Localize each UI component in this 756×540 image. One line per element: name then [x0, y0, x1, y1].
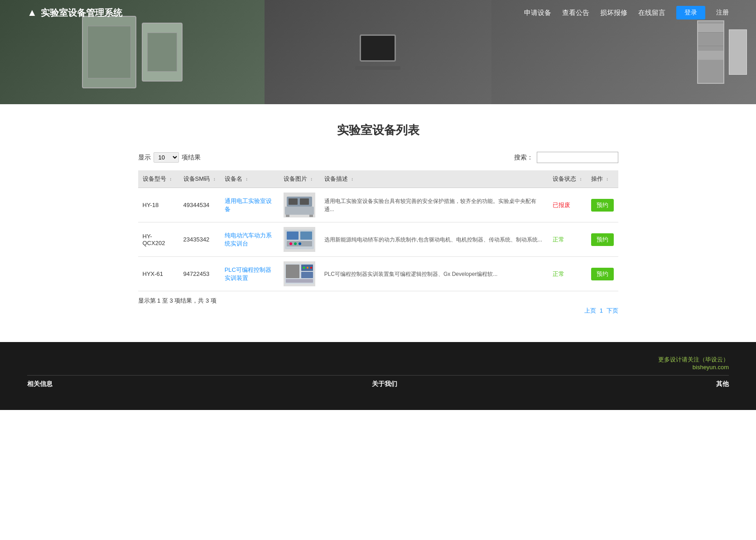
navbar: ▲ 实验室设备管理系统 申请设备 查看公告 损坏报修 在线留言 登录 注册	[0, 0, 756, 25]
svg-point-12	[299, 242, 301, 245]
device-name-link[interactable]: PLC可编程控制器实训装置	[225, 266, 271, 281]
hero-cabinet-2	[142, 23, 183, 82]
current-page: 1	[600, 307, 603, 314]
cell-device-id: HY-QCX202	[138, 222, 179, 257]
hero-stand	[729, 29, 747, 75]
table-row: HY-18 49344534 通用电工实验室设备 通用电工实验室设备实验台具有较…	[138, 188, 618, 222]
hero-monitor	[360, 34, 396, 62]
cell-action: 预约	[587, 222, 618, 257]
cell-device-desc: 选用新能源纯电动轿车的动力系统制作,包含驱动电机、电机控制器、传动系统、制动系统…	[320, 222, 548, 257]
svg-rect-0	[285, 207, 314, 215]
th-device-name: 设备名 ↕	[220, 170, 279, 188]
reserve-button[interactable]: 预约	[591, 268, 614, 280]
cell-sm-code: 49344534	[179, 188, 220, 222]
footer-col-2: 其他	[716, 380, 729, 392]
th-device-img: 设备图片 ↕	[279, 170, 320, 188]
nav-links: 申请设备 查看公告 损坏报修 在线留言 登录 注册	[524, 6, 729, 19]
prev-page-link[interactable]: 上页	[584, 307, 596, 314]
cell-device-desc: PLC可编程控制器实训装置集可编程逻辑控制器、Gx Developer编程软..…	[320, 257, 548, 291]
cell-action: 预约	[587, 188, 618, 222]
nav-apply-equipment[interactable]: 申请设备	[524, 9, 551, 17]
device-image	[284, 261, 315, 286]
cell-device-name: 通用电工实验室设备	[220, 188, 279, 222]
hero-cable	[355, 66, 400, 70]
toolbar-right: 搜索：	[514, 152, 618, 163]
search-label: 搜索：	[514, 154, 533, 162]
brand-logo[interactable]: ▲ 实验室设备管理系统	[27, 7, 122, 19]
sort-icon-status[interactable]: ↕	[580, 177, 582, 182]
cell-sm-code: 94722453	[179, 257, 220, 291]
cell-device-img	[279, 257, 320, 291]
toolbar: 显示 10 25 50 100 项结果 搜索：	[138, 152, 618, 163]
cell-device-desc: 通用电工实验室设备实验台具有较完善的安全保护措施，较齐全的功能。实验桌中央配有通…	[320, 188, 548, 222]
sort-icon-name[interactable]: ↕	[246, 177, 248, 182]
th-device-status: 设备状态 ↕	[548, 170, 587, 188]
sort-icon-id[interactable]: ↕	[169, 177, 172, 182]
table-row: HYX-61 94722453 PLC可编程控制器实训装置 PLC可编程控制器实…	[138, 257, 618, 291]
show-label: 显示	[138, 154, 151, 162]
sort-icon-sm[interactable]: ↕	[213, 177, 216, 182]
page-title: 实验室设备列表	[138, 122, 618, 138]
footer-col-title-0: 相关信息	[27, 380, 53, 388]
nav-message[interactable]: 在线留言	[638, 9, 665, 17]
th-sm-code: 设备SM码 ↕	[179, 170, 220, 188]
svg-rect-2	[289, 198, 298, 205]
svg-rect-7	[287, 231, 299, 240]
table-header: 设备型号 ↕ 设备SM码 ↕ 设备名 ↕ 设备图片 ↕ 设备描述 ↕	[138, 170, 618, 188]
svg-rect-16	[301, 272, 313, 278]
svg-rect-8	[300, 231, 312, 240]
svg-point-11	[294, 242, 297, 245]
footer-columns: 相关信息 关于我们 其他	[27, 380, 729, 392]
th-action: 操作 ↕	[587, 170, 618, 188]
footer-col-1: 关于我们	[372, 380, 397, 392]
main-content: 实验室设备列表 显示 10 25 50 100 项结果 搜索： 设备型号 ↕	[129, 104, 627, 342]
svg-point-18	[303, 267, 305, 269]
cell-device-status: 正常	[548, 222, 587, 257]
cell-device-img	[279, 222, 320, 257]
device-image	[284, 227, 315, 252]
search-input[interactable]	[537, 152, 618, 163]
sort-icon-desc[interactable]: ↕	[351, 177, 353, 182]
sort-icon-action[interactable]: ↕	[606, 177, 608, 182]
sort-icon-img[interactable]: ↕	[310, 177, 313, 182]
svg-point-20	[310, 267, 312, 269]
device-name-link[interactable]: 纯电动汽车动力系统实训台	[225, 232, 272, 247]
items-per-page-select[interactable]: 10 25 50 100	[154, 152, 179, 163]
cell-sm-code: 23435342	[179, 222, 220, 257]
footer: 更多设计请关注（毕设云） bisheyun.com 相关信息 关于我们 其他	[0, 342, 756, 410]
nav-damage-report[interactable]: 损坏报修	[600, 9, 627, 17]
cell-device-img	[279, 188, 320, 222]
th-device-id: 设备型号 ↕	[138, 170, 179, 188]
brand-name: 实验室设备管理系统	[41, 7, 122, 19]
cell-device-id: HY-18	[138, 188, 179, 222]
cell-device-id: HYX-61	[138, 257, 179, 291]
footer-col-title-2: 其他	[716, 380, 729, 388]
table-row: HY-QCX202 23435342 纯电动汽车动力系统实训台 选用新能源纯电动…	[138, 222, 618, 257]
nav-view-announcement[interactable]: 查看公告	[562, 9, 589, 17]
next-page-link[interactable]: 下页	[607, 307, 618, 314]
cell-device-status: 已报废	[548, 188, 587, 222]
table-body: HY-18 49344534 通用电工实验室设备 通用电工实验室设备实验台具有较…	[138, 188, 618, 291]
svg-rect-4	[286, 215, 289, 217]
svg-point-19	[307, 267, 308, 269]
reserve-button[interactable]: 预约	[591, 199, 614, 212]
svg-rect-5	[309, 215, 313, 217]
pagination-nav: 上页 1 下页	[138, 307, 618, 315]
hero-cabinet	[82, 16, 136, 88]
cell-device-name: 纯电动汽车动力系统实训台	[220, 222, 279, 257]
reserve-button[interactable]: 预约	[591, 233, 614, 246]
equipment-table: 设备型号 ↕ 设备SM码 ↕ 设备名 ↕ 设备图片 ↕ 设备描述 ↕	[138, 170, 618, 291]
logo-icon: ▲	[27, 7, 37, 19]
items-label: 项结果	[182, 154, 201, 162]
table-header-row: 设备型号 ↕ 设备SM码 ↕ 设备名 ↕ 设备图片 ↕ 设备描述 ↕	[138, 170, 618, 188]
svg-rect-3	[300, 198, 309, 205]
login-button[interactable]: 登录	[676, 6, 705, 19]
cell-device-name: PLC可编程控制器实训装置	[220, 257, 279, 291]
footer-col-title-1: 关于我们	[372, 380, 397, 388]
device-image	[284, 193, 315, 217]
hero-rack	[697, 20, 724, 84]
device-name-link[interactable]: 通用电工实验室设备	[225, 198, 272, 212]
footer-col-0: 相关信息	[27, 380, 53, 392]
register-button[interactable]: 注册	[716, 9, 729, 17]
svg-rect-14	[286, 265, 299, 278]
